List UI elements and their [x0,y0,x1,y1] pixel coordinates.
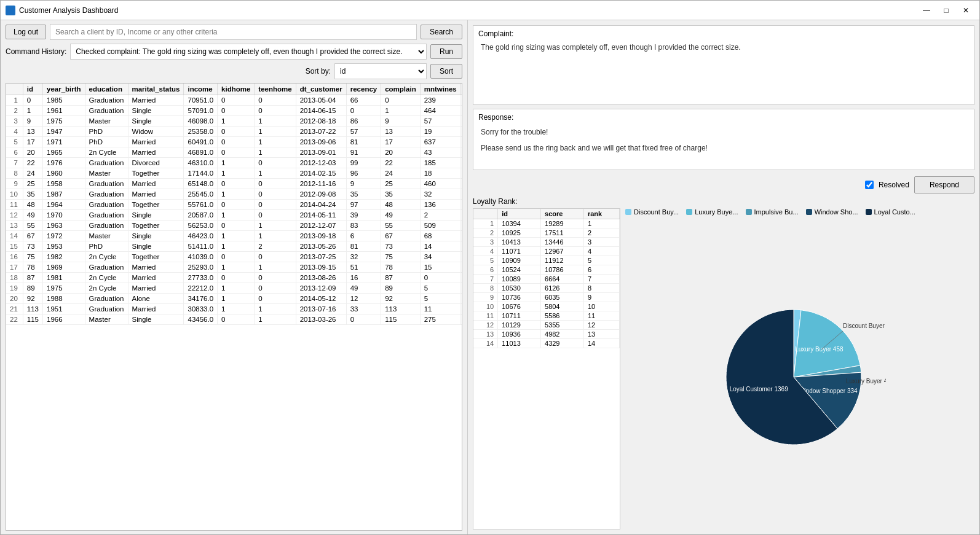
table-cell: 96 [346,168,381,179]
loyalty-table-cell: 10909 [498,256,541,265]
table-cell: 32 [420,189,460,200]
main-content: Log out Search Command History: Checked … [1,20,979,534]
table-cell: Master [85,314,128,325]
table-cell: 48 [381,200,420,210]
loyalty-table-cell: 10676 [498,302,541,311]
table-cell: 0 [255,273,296,283]
table-cell: 2012-11-16 [296,179,346,189]
respond-button[interactable]: Respond [914,176,974,193]
table-cell: PhD [85,127,128,137]
log-out-button[interactable]: Log out [6,25,46,39]
table-cell: 60491.0 [184,137,218,147]
row-num: 20 [6,294,23,304]
table-cell: 1 [218,294,255,304]
table-cell: 1 [218,283,255,294]
legend-label: Discount Buy... [634,208,679,216]
col-header-id: id [23,84,42,95]
table-cell: 1 [255,304,296,314]
table-cell: 7 [460,294,462,304]
table-cell: 1971 [42,137,85,147]
run-button[interactable]: Run [430,44,462,59]
table-cell: 35 [460,179,462,189]
table-cell: 32 [346,252,381,262]
table-cell: 99 [346,158,381,168]
table-cell: 66 [346,95,381,106]
table-cell: 49 [381,210,420,221]
lcol-header-id: id [498,209,541,219]
loyalty-table-cell: 8 [473,284,498,293]
legend-color-dot [866,209,872,215]
loyalty-table-cell: 4982 [541,330,584,339]
maximize-button[interactable]: □ [938,4,955,17]
command-label: Command History: [6,47,66,56]
table-cell: 11 [460,314,462,325]
table-cell: 0 [218,137,255,147]
table-cell: 1975 [42,116,85,127]
table-cell: 0 [460,262,462,273]
lcol-header-score: score [541,209,584,219]
row-num: 9 [6,179,23,189]
sort-select[interactable]: id income year_birth recency mntwines [334,63,427,79]
command-history-select[interactable]: Checked complaint: The gold ring sizing … [70,44,427,60]
row-num: 12 [6,210,23,221]
row-num: 10 [6,189,23,200]
luxury-buyer-label: Luxury Buyer 458 [846,378,886,385]
loyalty-table-cell: 2 [473,228,498,238]
search-button[interactable]: Search [421,25,462,39]
table-cell: 9 [23,116,42,127]
table-cell: Divorced [128,158,184,168]
loyalty-table-cell: 10129 [498,321,541,330]
table-cell: 0 [218,127,255,137]
main-window: Customer Analysis Dashboard — □ ✕ Log ou… [0,0,980,535]
table-cell: 1947 [42,127,85,137]
search-input[interactable] [50,24,417,40]
table-cell: 89 [381,283,420,294]
table-cell: 1961 [42,106,85,116]
table-cell: 7 [460,273,462,283]
table-cell: 15 [420,262,460,273]
table-cell: 92 [381,294,420,304]
loyalty-table-cell: 10 [473,302,498,311]
complaint-text: The gold ring sizing was completely off,… [478,41,969,54]
table-cell: Graduation [85,304,128,314]
table-cell: 460 [420,179,460,189]
table-cell: 46891.0 [184,147,218,158]
loyalty-table-cell: 10530 [498,284,541,293]
loyalty-table-row: 510909119125 [473,256,620,265]
table-cell: 1 [218,158,255,168]
table-row: 17781969GraduationMarried25293.0112013-0… [6,262,462,273]
table-cell: 81 [346,137,381,147]
close-button[interactable]: ✕ [957,4,974,17]
command-row: Command History: Checked complaint: The … [6,44,462,60]
table-row: 13551963GraduationTogether56253.0012012-… [6,221,462,231]
minimize-button[interactable]: — [918,4,935,17]
table-cell: 46098.0 [184,116,218,127]
table-cell: 89 [23,283,42,294]
resolved-checkbox[interactable] [865,181,874,189]
table-cell: PhD [85,137,128,147]
table-cell: 2 [460,168,462,179]
sort-button[interactable]: Sort [430,64,462,79]
table-cell: 2012-12-07 [296,221,346,231]
table-cell: 9 [460,283,462,294]
data-table-container[interactable]: id year_birth education marital_status i… [6,83,462,531]
loyalty-table-cell: 10 [583,302,619,311]
table-cell: 239 [420,95,460,106]
table-cell: 30833.0 [184,304,218,314]
row-num: 7 [6,158,23,168]
table-cell: 46310.0 [184,158,218,168]
row-num: 14 [6,231,23,241]
table-cell: 0 [23,95,42,106]
table-cell: 0 [346,314,381,325]
table-cell: 22212.0 [184,283,218,294]
loyalty-table-cell: 5 [473,256,498,265]
response-title: Response: [478,113,969,122]
legend-item: Window Sho... [806,208,858,216]
table-cell: 55761.0 [184,200,218,210]
loyalty-table-cell: 14 [473,339,498,348]
legend-color-dot [746,209,752,215]
table-cell: 0 [218,314,255,325]
sort-by-label: Sort by: [306,67,331,76]
row-num: 4 [6,127,23,137]
loyalty-table-container[interactable]: id score rank 11039419289121092517511231… [473,208,620,529]
